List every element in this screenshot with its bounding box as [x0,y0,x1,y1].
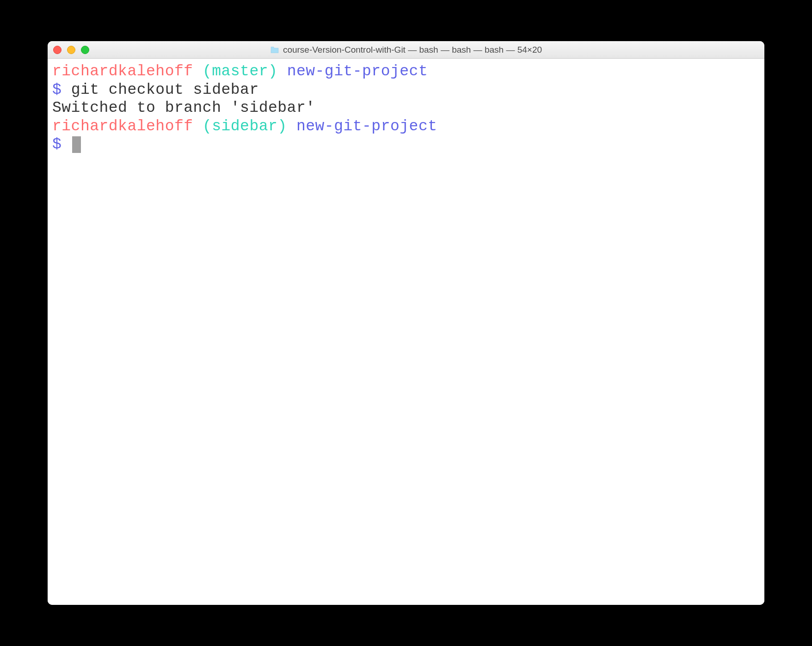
command-cursor-line: $ [52,135,760,154]
close-button[interactable] [53,46,62,54]
branch-open-paren: ( [203,63,212,80]
branch-open-paren: ( [203,118,212,135]
prompt-dir: new-git-project [296,118,437,135]
prompt-branch: master [212,63,268,80]
maximize-button[interactable] [81,46,89,54]
prompt-branch: sidebar [212,118,277,135]
terminal-body[interactable]: richardkalehoff (master) new-git-project… [48,59,764,605]
prompt-line: richardkalehoff (master) new-git-project [52,62,760,81]
title-bar: course-Version-Control-with-Git — bash —… [48,41,764,59]
command-line: $ git checkout sidebar [52,81,760,99]
output-text: Switched to branch 'sidebar' [52,99,315,116]
cursor [72,136,81,153]
output-line: Switched to branch 'sidebar' [52,99,760,117]
title-container: course-Version-Control-with-Git — bash —… [48,45,764,55]
terminal-window: course-Version-Control-with-Git — bash —… [48,41,764,605]
folder-icon [270,46,279,54]
command-text: git checkout sidebar [71,81,259,98]
prompt-symbol: $ [52,136,62,153]
window-title: course-Version-Control-with-Git — bash —… [283,45,542,55]
prompt-user: richardkalehoff [52,63,193,80]
prompt-line: richardkalehoff (sidebar) new-git-projec… [52,117,760,136]
prompt-dir: new-git-project [287,63,428,80]
traffic-lights [53,46,89,54]
prompt-user: richardkalehoff [52,118,193,135]
prompt-symbol: $ [52,81,62,98]
branch-close-paren: ) [277,118,287,135]
minimize-button[interactable] [67,46,75,54]
branch-close-paren: ) [268,63,277,80]
